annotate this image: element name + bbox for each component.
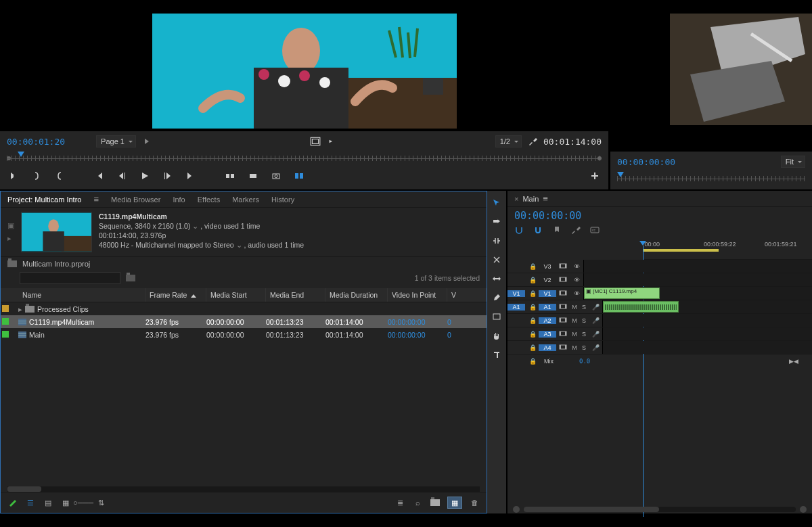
panel-menu-icon[interactable]: ≡ xyxy=(93,194,99,204)
timeline-audio-clip[interactable] xyxy=(603,301,679,313)
zoom-slider-icon[interactable]: ○─── xyxy=(78,498,89,507)
timeline-clip[interactable]: ▣ [MC1] C1119.mp4 xyxy=(584,288,660,299)
tab-info[interactable]: Info xyxy=(173,196,185,204)
resolution-dropdown[interactable]: 1/2 xyxy=(495,135,522,147)
clip-thumbnail[interactable] xyxy=(21,212,92,252)
voice-over-icon[interactable]: 🎤 xyxy=(589,304,602,311)
toggle-output-icon[interactable]: 👁 xyxy=(570,277,583,283)
sync-lock-icon[interactable] xyxy=(556,344,570,352)
lock-icon[interactable]: 🔒 xyxy=(526,290,539,297)
voice-over-icon[interactable]: 🎤 xyxy=(589,344,602,351)
track-target[interactable]: A1 xyxy=(539,304,556,311)
program-fit-dropdown[interactable]: Fit xyxy=(781,156,805,168)
track-target[interactable]: V1 xyxy=(539,290,556,297)
track-select-tool-icon[interactable] xyxy=(491,216,502,227)
mute-icon[interactable]: M xyxy=(570,304,579,311)
pen-tool-icon[interactable] xyxy=(491,292,502,303)
filter-bin-icon[interactable] xyxy=(126,275,135,281)
go-to-out-icon[interactable] xyxy=(184,170,198,181)
sync-lock-icon[interactable] xyxy=(556,276,570,284)
program-viewer[interactable] xyxy=(610,14,812,152)
source-scrubber[interactable] xyxy=(7,152,602,166)
safe-margins-icon[interactable] xyxy=(310,136,321,147)
lock-icon[interactable]: 🔒 xyxy=(526,331,539,338)
hand-tool-icon[interactable] xyxy=(491,330,502,341)
solo-icon[interactable]: S xyxy=(579,344,589,351)
write-enable-icon[interactable] xyxy=(7,498,18,507)
timeline-ruler[interactable]: :00:00 00:00:59:22 00:01:59:21 xyxy=(643,239,812,260)
trash-icon[interactable]: 🗑 xyxy=(469,498,480,507)
lock-icon[interactable]: 🔒 xyxy=(526,263,539,270)
track-target[interactable]: A4 xyxy=(539,344,556,351)
mix-lock-icon[interactable]: 🔒 xyxy=(526,358,539,365)
timeline-timecode[interactable]: 00:00:00:00 xyxy=(514,210,581,222)
insert-icon[interactable] xyxy=(326,136,337,147)
program-scrubber[interactable] xyxy=(617,172,805,187)
slip-tool-icon[interactable] xyxy=(491,273,502,284)
mix-value[interactable]: 0.0 xyxy=(579,358,590,365)
source-viewer[interactable] xyxy=(0,14,608,131)
captions-icon[interactable]: cc xyxy=(590,226,600,235)
button-editor-icon[interactable] xyxy=(588,170,602,181)
column-header[interactable]: Name Frame Rate Media Start Media End Me… xyxy=(1,288,487,302)
snap-icon[interactable] xyxy=(514,226,524,235)
new-item-icon[interactable]: ▦ xyxy=(447,497,462,509)
solo-icon[interactable]: S xyxy=(579,317,589,324)
page-dropdown[interactable]: Page 1 xyxy=(96,135,136,147)
play-small-icon[interactable] xyxy=(141,136,152,147)
overwrite-edit-icon[interactable] xyxy=(246,170,260,181)
selection-tool-icon[interactable] xyxy=(491,198,502,208)
mute-icon[interactable]: M xyxy=(570,331,579,338)
step-back-icon[interactable] xyxy=(115,170,129,181)
track-target[interactable]: V2 xyxy=(539,277,556,283)
linked-selection-icon[interactable] xyxy=(533,226,543,235)
lock-icon[interactable]: 🔒 xyxy=(526,277,539,283)
mix-out-icon[interactable]: ▶◀ xyxy=(789,358,798,365)
track-target[interactable]: A2 xyxy=(539,317,556,324)
source-patch[interactable]: V1 xyxy=(508,290,525,297)
play-preview-icon[interactable]: ▸ xyxy=(7,234,14,243)
sync-lock-icon[interactable] xyxy=(556,317,570,325)
solo-icon[interactable]: S xyxy=(579,304,589,311)
sync-lock-icon[interactable] xyxy=(556,303,570,311)
export-frame-icon[interactable] xyxy=(269,170,283,181)
tab-project[interactable]: Project: Multicam Intro xyxy=(7,196,81,204)
new-bin-icon[interactable] xyxy=(430,498,441,507)
tab-markers[interactable]: Markers xyxy=(232,196,259,204)
mute-icon[interactable]: M xyxy=(570,317,579,324)
timeline-menu-icon[interactable]: ≡ xyxy=(543,193,548,204)
mark-in-icon[interactable] xyxy=(7,170,20,181)
timeline-tab-name[interactable]: Main xyxy=(522,195,539,203)
search-input[interactable] xyxy=(20,272,120,284)
timeline-settings-icon[interactable] xyxy=(571,226,581,235)
lock-icon[interactable]: 🔒 xyxy=(526,317,539,324)
timeline-h-scroll[interactable] xyxy=(508,505,812,513)
sort-icon[interactable]: ⇅ xyxy=(95,498,106,507)
settings-icon[interactable] xyxy=(527,136,538,147)
source-patch[interactable]: A1 xyxy=(508,304,525,311)
freeform-view-icon[interactable]: ▦ xyxy=(60,498,71,507)
track-target[interactable]: V3 xyxy=(539,263,556,270)
insert-edit-icon[interactable] xyxy=(223,170,237,181)
find-icon[interactable]: ⌕ xyxy=(412,498,423,507)
program-timecode[interactable]: 00:00:00:00 xyxy=(617,157,675,167)
play-icon[interactable] xyxy=(138,170,152,181)
rectangle-tool-icon[interactable] xyxy=(491,311,502,322)
mark-out-icon[interactable] xyxy=(30,170,43,181)
lock-icon[interactable]: 🔒 xyxy=(526,304,539,311)
sync-lock-icon[interactable] xyxy=(556,290,570,298)
tab-history[interactable]: History xyxy=(271,196,294,204)
razor-tool-icon[interactable] xyxy=(491,254,502,265)
icon-view-icon[interactable]: ▤ xyxy=(43,498,53,507)
toggle-output-icon[interactable]: 👁 xyxy=(570,290,583,297)
comparison-view-icon[interactable] xyxy=(292,170,306,181)
lock-icon[interactable]: 🔒 xyxy=(526,344,539,351)
source-timecode-in[interactable]: 00:00:01:20 xyxy=(7,137,65,147)
ripple-edit-tool-icon[interactable] xyxy=(491,235,502,246)
tab-media-browser[interactable]: Media Browser xyxy=(111,196,160,204)
table-row[interactable]: C1119.mp4Multicam23.976 fps00:00:00:0000… xyxy=(1,315,487,328)
voice-over-icon[interactable]: 🎤 xyxy=(589,317,602,324)
sync-lock-icon[interactable] xyxy=(556,262,570,271)
table-row[interactable]: Main23.976 fps00:00:00:0000:01:13:2300:0… xyxy=(1,328,487,341)
automate-icon[interactable]: ≣ xyxy=(394,498,405,507)
